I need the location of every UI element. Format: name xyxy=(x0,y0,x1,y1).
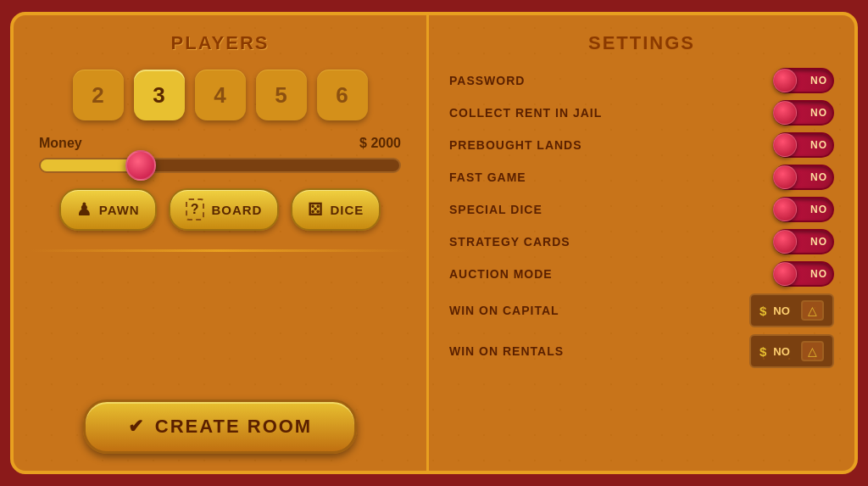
select-arrow-7[interactable]: △ xyxy=(801,300,824,321)
setting-control-0[interactable]: NO xyxy=(773,68,834,93)
setting-control-5[interactable]: NO xyxy=(773,229,834,254)
toggle-6[interactable]: NO xyxy=(773,261,834,287)
board-icon: ? xyxy=(186,198,205,221)
setting-label-2: PREBOUGHT LANDS xyxy=(449,138,582,152)
money-slider-track[interactable] xyxy=(39,158,401,173)
toggle-5[interactable]: NO xyxy=(773,229,834,254)
setting-control-8[interactable]: $NO△ xyxy=(749,334,834,368)
setting-control-1[interactable]: NO xyxy=(773,100,834,126)
player-btn-6[interactable]: 6 xyxy=(317,70,368,120)
select-control-8[interactable]: $NO△ xyxy=(749,334,834,368)
money-label: Money xyxy=(39,136,82,151)
toggle-text-2: NO xyxy=(810,139,827,151)
toggle-text-1: NO xyxy=(810,107,827,119)
checkmark-icon: ✔ xyxy=(128,416,145,438)
settings-list: PASSWORDNOCOLLECT RENT IN JAILNOPREBOUGH… xyxy=(449,64,834,371)
setting-row-8: WIN ON RENTALS$NO△ xyxy=(449,331,834,371)
setting-row-2: PREBOUGHT LANDSNO xyxy=(449,129,834,161)
create-room-button[interactable]: ✔ CREATE ROOM xyxy=(83,399,357,454)
toggle-knob-3 xyxy=(773,165,797,189)
setting-row-6: AUCTION MODENO xyxy=(449,258,834,290)
toggle-knob-2 xyxy=(773,133,797,157)
toggle-0[interactable]: NO xyxy=(773,68,834,93)
toggle-text-6: NO xyxy=(810,268,827,280)
type-btn-dice[interactable]: ⚄DICE xyxy=(291,188,381,231)
dice-label: DICE xyxy=(330,203,364,217)
dollar-icon: $ xyxy=(760,304,766,318)
main-container: PLAYERS 23456 Money $ 2000 ♟PAWN?BOARD⚄D… xyxy=(10,12,858,474)
setting-row-5: STRATEGY CARDSNO xyxy=(449,226,834,258)
setting-label-8: WIN ON RENTALS xyxy=(449,344,564,358)
setting-label-0: PASSWORD xyxy=(449,74,525,87)
type-btn-pawn[interactable]: ♟PAWN xyxy=(59,188,157,231)
pawn-label: PAWN xyxy=(99,203,140,217)
player-btn-3[interactable]: 3 xyxy=(134,70,185,120)
board-label: BOARD xyxy=(211,203,262,217)
setting-control-3[interactable]: NO xyxy=(773,165,834,190)
dice-icon: ⚄ xyxy=(308,199,323,220)
toggle-knob-6 xyxy=(773,262,797,286)
player-btn-4[interactable]: 4 xyxy=(195,70,246,120)
divider xyxy=(31,249,409,252)
toggle-text-3: NO xyxy=(810,171,827,183)
select-arrow-8[interactable]: △ xyxy=(801,341,824,361)
setting-label-1: COLLECT RENT IN JAIL xyxy=(449,106,602,120)
toggle-4[interactable]: NO xyxy=(773,197,834,222)
setting-label-3: FAST GAME xyxy=(449,170,526,184)
toggle-text-5: NO xyxy=(810,236,827,248)
toggle-text-4: NO xyxy=(810,204,827,215)
setting-label-4: SPECIAL DICE xyxy=(449,203,542,216)
money-section: Money $ 2000 xyxy=(31,136,409,173)
setting-label-6: AUCTION MODE xyxy=(449,267,553,281)
select-value-7: NO xyxy=(773,304,794,317)
setting-label-5: STRATEGY CARDS xyxy=(449,235,570,249)
setting-row-4: SPECIAL DICENO xyxy=(449,193,834,226)
players-title: PLAYERS xyxy=(171,32,270,54)
type-btn-board[interactable]: ?BOARD xyxy=(169,188,280,231)
toggle-2[interactable]: NO xyxy=(773,132,834,158)
setting-row-1: COLLECT RENT IN JAILNO xyxy=(449,97,834,129)
toggle-1[interactable]: NO xyxy=(773,100,834,126)
players-row: 23456 xyxy=(73,70,368,120)
toggle-knob-1 xyxy=(773,101,797,125)
right-panel: SETTINGS PASSWORDNOCOLLECT RENT IN JAILN… xyxy=(429,15,854,471)
setting-control-7[interactable]: $NO△ xyxy=(749,293,834,327)
toggle-knob-4 xyxy=(773,198,797,221)
create-room-label: CREATE ROOM xyxy=(155,416,312,438)
select-control-7[interactable]: $NO△ xyxy=(749,293,834,327)
money-value: $ 2000 xyxy=(359,136,401,151)
player-btn-2[interactable]: 2 xyxy=(73,70,124,120)
toggle-3[interactable]: NO xyxy=(773,165,834,190)
toggle-text-0: NO xyxy=(810,75,827,87)
toggle-knob-0 xyxy=(773,69,797,92)
left-panel: PLAYERS 23456 Money $ 2000 ♟PAWN?BOARD⚄D… xyxy=(14,15,429,471)
setting-row-7: WIN ON CAPITAL$NO△ xyxy=(449,290,834,331)
money-slider-thumb[interactable] xyxy=(125,150,156,181)
settings-title: SETTINGS xyxy=(449,32,834,54)
setting-label-7: WIN ON CAPITAL xyxy=(449,304,559,317)
setting-control-4[interactable]: NO xyxy=(773,197,834,222)
pawn-icon: ♟ xyxy=(76,199,92,220)
setting-control-2[interactable]: NO xyxy=(773,132,834,158)
setting-control-6[interactable]: NO xyxy=(773,261,834,287)
setting-row-3: FAST GAMENO xyxy=(449,161,834,193)
setting-row-0: PASSWORDNO xyxy=(449,64,834,97)
toggle-knob-5 xyxy=(773,230,797,254)
player-btn-5[interactable]: 5 xyxy=(256,70,307,120)
select-value-8: NO xyxy=(773,345,794,358)
dollar-icon: $ xyxy=(760,344,766,359)
type-buttons-row: ♟PAWN?BOARD⚄DICE xyxy=(59,188,381,231)
